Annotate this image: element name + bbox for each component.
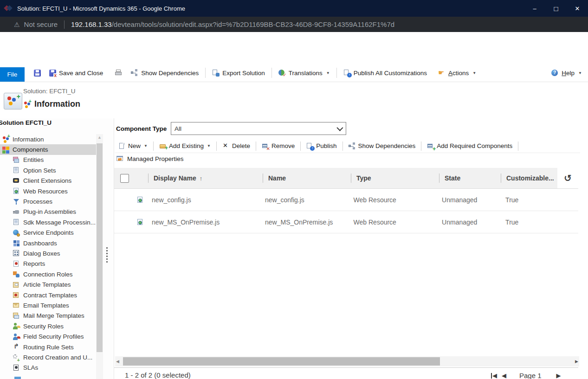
scroll-left-icon[interactable]: ◀ <box>116 356 119 366</box>
sidebar-item-processes[interactable]: Processes <box>0 196 96 206</box>
component-type-select[interactable]: All <box>171 122 346 135</box>
cell-customizable: True <box>500 211 559 233</box>
sidebar-item-connection-roles[interactable]: Connection Roles <box>0 269 96 279</box>
cell-display-name[interactable]: new_config.js <box>146 189 259 211</box>
column-header-customizable[interactable]: Customizable... <box>501 168 557 188</box>
cell-type: Web Resource <box>348 211 437 233</box>
url-path[interactable]: /devteam/tools/solution/edit.aspx?id=%7b… <box>112 20 394 28</box>
sidebar-item-article-templates[interactable]: Article Templates <box>0 279 96 289</box>
dialog-boxes-icon <box>13 250 20 257</box>
save-icon <box>34 70 41 77</box>
previous-page-button[interactable]: ◀ <box>502 372 506 379</box>
sidebar-item-dashboards[interactable]: Dashboards <box>0 238 96 248</box>
minimize-button[interactable]: – <box>524 0 545 17</box>
column-header-name[interactable]: Name <box>263 168 351 188</box>
horizontal-scrollbar[interactable]: ◀ ▶ <box>115 356 579 366</box>
first-page-button[interactable]: ◀ <box>491 372 497 379</box>
sidebar-item-email-templates[interactable]: Email Templates <box>0 300 96 310</box>
maximize-button[interactable]: □ <box>545 0 567 17</box>
sidebar-item-option-sets[interactable]: Option Sets <box>0 165 96 175</box>
add-existing-button[interactable]: Add Existing ▼ <box>156 142 214 150</box>
information-icon <box>23 101 31 108</box>
remove-button[interactable]: Remove <box>258 142 298 150</box>
cell-display-name[interactable]: new_MS_OnPremise.js <box>146 211 259 233</box>
scroll-right-icon[interactable]: ▶ <box>575 356 578 366</box>
email-templates-icon <box>13 302 20 309</box>
security-label[interactable]: Not secure <box>24 20 58 28</box>
toolbar-separator <box>205 68 206 78</box>
sidebar-item-service-endpoints[interactable]: Service Endpoints <box>0 228 96 238</box>
partially-visible-item-icon <box>14 377 21 379</box>
print-button[interactable] <box>111 69 127 77</box>
grid-show-dependencies-button[interactable]: Show Dependencies <box>345 142 419 150</box>
dropdown-arrow-icon: ▼ <box>578 71 582 75</box>
managed-properties-button[interactable]: Managed Properties <box>116 155 184 162</box>
publish-button[interactable]: Publish <box>303 142 340 150</box>
cell-type: Web Resource <box>348 189 437 211</box>
column-header-type[interactable]: Type <box>351 168 439 188</box>
sidebar-item-entities[interactable]: Entities <box>0 155 96 165</box>
page-number-label: Page 1 <box>519 372 542 379</box>
table-row[interactable]: new_MS_OnPremise.js new_MS_OnPremise.js … <box>114 211 578 233</box>
sort-ascending-icon: ↑ <box>200 175 203 182</box>
dropdown-arrow-icon: ▼ <box>144 144 148 148</box>
actions-button[interactable]: Actions ▼ <box>434 69 480 77</box>
translations-label: Translations <box>289 70 323 77</box>
sidebar-item-record-creation[interactable]: Record Creation and U... <box>0 352 96 362</box>
save-button[interactable] <box>30 70 45 77</box>
select-all-checkbox[interactable] <box>120 174 129 183</box>
sidebar-scrollbar[interactable]: ▲ <box>96 134 103 379</box>
show-dependencies-icon <box>349 142 356 150</box>
new-button[interactable]: New ▼ <box>115 142 151 150</box>
table-row[interactable]: new_config.js new_config.js Web Resource… <box>114 189 578 211</box>
sidebar-item-contract-templates[interactable]: Contract Templates <box>0 290 96 300</box>
sidebar-item-sdk-message-processing[interactable]: Sdk Message Processin... <box>0 217 96 227</box>
help-button[interactable]: Help ▼ <box>547 69 586 77</box>
not-secure-warning-icon[interactable]: ⚠ <box>14 21 20 28</box>
sidebar-item-information[interactable]: Information <box>0 134 96 144</box>
sidebar-item-dialog-boxes[interactable]: Dialog Boxes <box>0 248 96 258</box>
sidebar-item-reports[interactable]: Reports <box>0 259 96 269</box>
close-button[interactable]: ✕ <box>567 0 588 17</box>
add-required-components-icon <box>427 142 434 150</box>
window-controls: – □ ✕ <box>524 0 588 17</box>
column-header-state[interactable]: State <box>439 168 501 188</box>
window-title: Solution: EFCTI_U - Microsoft Dynamics 3… <box>17 5 185 12</box>
show-dependencies-button[interactable]: Show Dependencies <box>127 69 203 77</box>
address-bar[interactable]: ⚠ Not secure 192.168.1.33/devteam/tools/… <box>0 17 588 32</box>
sidebar-item-web-resources[interactable]: Web Resources <box>0 186 96 196</box>
add-required-components-button[interactable]: Add Required Components <box>424 142 516 150</box>
sidebar-item-label: Dashboards <box>23 240 57 247</box>
publish-all-customizations-button[interactable]: Publish All Customizations <box>339 69 431 77</box>
sidebar-splitter-handle[interactable] <box>106 247 108 263</box>
grid-status-bar: 1 - 2 of 2 (0 selected) ◀ ◀ Page 1 ▶ <box>114 367 578 379</box>
scroll-up-icon[interactable]: ▲ <box>96 135 103 140</box>
next-page-button[interactable]: ▶ <box>556 372 561 379</box>
add-existing-icon <box>159 142 167 150</box>
refresh-button[interactable]: ↻ <box>557 168 578 188</box>
save-and-close-label: Save and Close <box>59 70 103 77</box>
sidebar-item-label: Processes <box>23 198 52 205</box>
pagination: ◀ ◀ Page 1 ▶ <box>491 372 561 379</box>
export-solution-button[interactable]: Export Solution <box>208 69 269 77</box>
sidebar-item-field-security-profiles[interactable]: Field Security Profiles <box>0 331 96 341</box>
sidebar-item-plugin-assemblies[interactable]: Plug-in Assemblies <box>0 207 96 217</box>
sidebar-item-slas[interactable]: SLAs <box>0 363 96 373</box>
file-tab[interactable]: File <box>0 67 25 82</box>
column-header-display-name[interactable]: Display Name ↑ <box>148 168 263 188</box>
scrollbar-thumb[interactable] <box>123 357 440 366</box>
client-extensions-icon <box>13 177 20 185</box>
save-and-close-button[interactable]: Save and Close <box>45 70 107 77</box>
url-domain[interactable]: 192.168.1.33 <box>71 20 112 28</box>
sidebar-item-routing-rule-sets[interactable]: Routing Rule Sets <box>0 342 96 352</box>
sidebar-item-mail-merge-templates[interactable]: Mail Merge Templates <box>0 311 96 321</box>
sidebar-item-security-roles[interactable]: Security Roles <box>0 321 96 331</box>
sidebar-item-components[interactable]: Components <box>0 144 96 154</box>
cell-state: Unmanaged <box>436 189 500 211</box>
scrollbar-thumb[interactable] <box>97 143 103 352</box>
translations-button[interactable]: Translations ▼ <box>274 69 334 77</box>
sidebar-item-client-extensions[interactable]: Client Extensions <box>0 176 96 186</box>
column-label: Type <box>356 174 371 182</box>
record-creation-icon <box>13 353 20 361</box>
delete-button[interactable]: Delete <box>219 142 253 150</box>
